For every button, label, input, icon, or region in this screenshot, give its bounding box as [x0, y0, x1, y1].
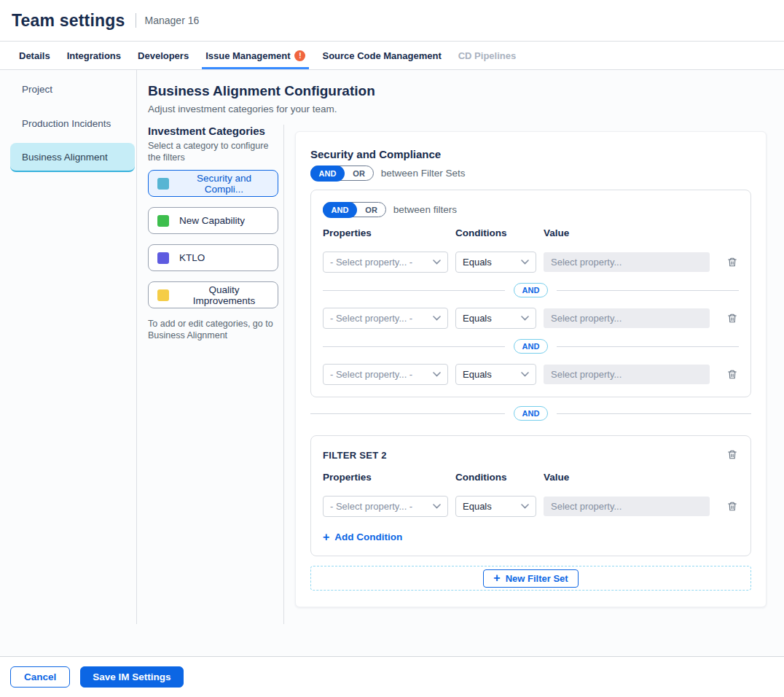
tab-issue-management[interactable]: Issue Management ! [202, 42, 309, 69]
column-header-value: Value [544, 472, 739, 483]
condition-select[interactable]: Equals [455, 308, 536, 329]
toggle-option-or[interactable]: OR [345, 169, 373, 178]
cancel-button[interactable]: Cancel [10, 666, 70, 688]
toggle-suffix-label: between filters [393, 204, 457, 215]
category-config-title: Security and Compliance [310, 148, 751, 160]
column-header-properties: Properties [323, 227, 455, 238]
category-color-swatch [157, 289, 169, 301]
category-color-swatch [157, 178, 169, 190]
category-button-ktlo[interactable]: KTLO [148, 244, 278, 271]
category-button-security-and-compliance[interactable]: Security and Compli... [148, 170, 278, 197]
category-label: Security and Compli... [179, 173, 269, 195]
delete-row-button[interactable] [726, 367, 739, 381]
delete-row-button[interactable] [726, 311, 739, 325]
new-filter-set-button[interactable]: + New Filter Set [483, 569, 578, 588]
delete-row-button[interactable] [726, 499, 739, 513]
condition-select[interactable]: Equals [455, 252, 536, 273]
property-select[interactable]: - Select property... - [323, 364, 448, 385]
toggle-option-and[interactable]: AND [323, 202, 358, 218]
trash-icon [727, 501, 737, 512]
alert-badge-icon: ! [294, 50, 305, 61]
value-input[interactable] [544, 308, 710, 328]
property-select[interactable]: - Select property... - [323, 496, 448, 517]
category-label: New Capability [179, 215, 245, 226]
column-header-properties: Properties [323, 472, 455, 483]
tab-label: Source Code Management [322, 50, 441, 61]
section-subtitle: Adjust investment categories for your te… [148, 104, 767, 114]
filter-set-connector: AND [310, 406, 751, 421]
subnav-item-project[interactable]: Project [10, 74, 135, 104]
column-header-conditions: Conditions [455, 472, 544, 483]
delete-filter-set-button[interactable] [726, 448, 739, 462]
content-area: Project Production Incidents Business Al… [0, 70, 784, 656]
toggle-option-and[interactable]: AND [310, 166, 345, 182]
new-filter-set-zone: + New Filter Set [310, 566, 751, 591]
chevron-down-icon [433, 316, 441, 321]
column-header-value: Value [544, 227, 739, 238]
subnav-label: Project [22, 84, 52, 95]
save-im-settings-button[interactable]: Save IM Settings [80, 666, 183, 688]
category-button-quality-improvements[interactable]: Quality Improvements [148, 281, 278, 308]
toggle-suffix-label: between Filter Sets [381, 168, 466, 179]
and-connector-pill: AND [514, 283, 549, 297]
header-divider [136, 13, 136, 28]
subnav-item-business-alignment[interactable]: Business Alignment [10, 143, 135, 172]
filter-row: - Select property... - Equals [323, 252, 739, 273]
filter-connector: AND [323, 283, 739, 297]
trash-icon [727, 369, 737, 380]
and-connector-pill: AND [514, 339, 549, 354]
filters-and-or-toggle[interactable]: AND OR [323, 202, 386, 217]
categories-heading: Investment Categories [148, 125, 278, 137]
tab-details[interactable]: Details [15, 42, 54, 69]
category-color-swatch [157, 252, 169, 264]
property-select[interactable]: - Select property... - [323, 308, 448, 329]
tab-label: Integrations [67, 50, 121, 61]
chevron-down-icon [521, 260, 529, 265]
value-input[interactable] [544, 365, 710, 384]
plus-icon: + [493, 573, 500, 583]
filter-sets-and-or-toggle[interactable]: AND OR [310, 166, 374, 181]
trash-icon [727, 449, 737, 460]
filter-connector: AND [323, 339, 739, 354]
category-color-swatch [157, 215, 169, 227]
header-context: Manager 16 [145, 15, 200, 26]
value-input[interactable] [544, 252, 710, 272]
tab-integrations[interactable]: Integrations [63, 42, 125, 69]
category-button-new-capability[interactable]: New Capability [148, 207, 278, 234]
tab-cd-pipelines[interactable]: CD Pipelines [455, 42, 520, 69]
tab-label: Issue Management [205, 50, 290, 61]
tab-developers[interactable]: Developers [134, 42, 192, 69]
settings-subnav: Project Production Incidents Business Al… [0, 70, 137, 624]
condition-select[interactable]: Equals [455, 496, 536, 517]
delete-row-button[interactable] [726, 255, 739, 269]
condition-select[interactable]: Equals [455, 364, 536, 385]
plus-icon: + [323, 532, 329, 542]
chevron-down-icon [433, 504, 441, 509]
subnav-label: Production Incidents [22, 118, 111, 129]
add-condition-label: Add Condition [334, 531, 402, 542]
filter-set-2: FILTER SET 2 Properties Conditions Value [310, 435, 751, 556]
tab-source-code-management[interactable]: Source Code Management [318, 42, 444, 69]
trash-icon [727, 313, 737, 324]
filter-row: - Select property... - Equals [323, 308, 739, 329]
value-input[interactable] [544, 497, 710, 516]
tab-bar: Details Integrations Developers Issue Ma… [0, 42, 784, 70]
chevron-down-icon [521, 504, 529, 509]
action-footer: Cancel Save IM Settings [0, 656, 784, 697]
property-select[interactable]: - Select property... - [323, 252, 448, 273]
tab-label: CD Pipelines [458, 50, 516, 61]
add-condition-button[interactable]: + Add Condition [323, 530, 402, 544]
section-title: Business Alignment Configuration [148, 82, 767, 101]
chevron-down-icon [433, 260, 441, 265]
filter-row: - Select property... - Equals [323, 496, 739, 517]
toggle-option-or[interactable]: OR [357, 206, 385, 214]
configuration-card: Security and Compliance AND OR between F… [295, 131, 767, 607]
chevron-down-icon [433, 372, 441, 377]
subnav-item-production-incidents[interactable]: Production Incidents [10, 109, 135, 138]
configuration-column: Security and Compliance AND OR between F… [284, 125, 767, 624]
column-header-conditions: Conditions [455, 227, 544, 238]
investment-categories-panel: Investment Categories Select a category … [148, 125, 284, 624]
page-header: Team settings Manager 16 [0, 0, 784, 42]
chevron-down-icon [521, 372, 529, 377]
filter-row: - Select property... - Equals [323, 364, 739, 385]
